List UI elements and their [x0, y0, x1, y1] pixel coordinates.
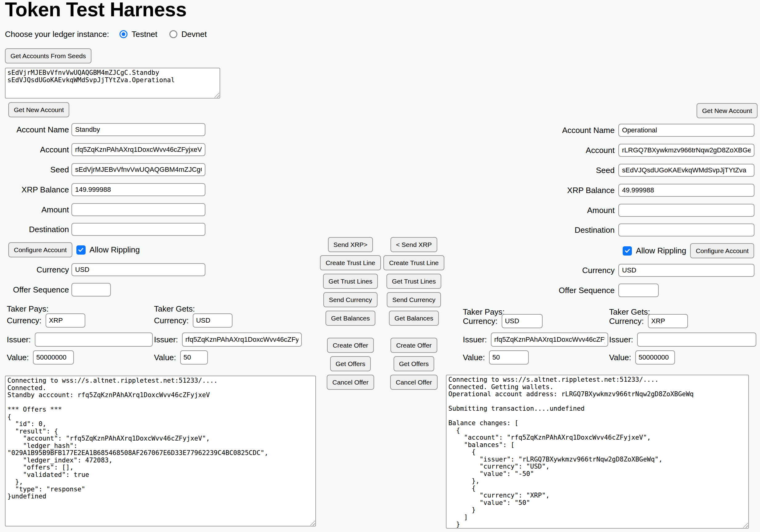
configure-row-standby: Configure Account Allow Rippling: [8, 242, 140, 257]
configure-account-button-operational[interactable]: Configure Account: [690, 243, 754, 258]
form-row: Seed: [446, 164, 754, 177]
get-accounts-from-seeds-button[interactable]: Get Accounts From Seeds: [5, 48, 91, 64]
offer-sequence-input-standby[interactable]: [71, 283, 111, 296]
testnet-label[interactable]: Testnet: [131, 29, 157, 39]
checkmark-icon: [77, 246, 84, 253]
offer-sequence-label-operational: Offer Sequence: [446, 286, 618, 295]
configure-account-button-standby[interactable]: Configure Account: [8, 242, 72, 257]
taker-gets-value-input-operational[interactable]: [635, 350, 675, 365]
seed-input-standby[interactable]: [71, 163, 206, 176]
amount-input-standby[interactable]: [71, 203, 206, 216]
taker-gets-currency-input-standby[interactable]: [193, 313, 232, 328]
taker-pays-value-row-standby: Value:: [7, 350, 74, 365]
get-offers-standby-button[interactable]: Get Offers: [330, 356, 371, 371]
get-trust-lines-standby-button[interactable]: Get Trust Lines: [323, 274, 378, 289]
taker-gets-currency-input-operational[interactable]: [648, 314, 688, 328]
currency-input-operational[interactable]: [618, 264, 754, 277]
get-offers-operational-button[interactable]: Get Offers: [394, 356, 434, 371]
seed-input-operational[interactable]: [618, 164, 754, 177]
account-name-input-standby[interactable]: [71, 123, 206, 136]
form-row: Offer Sequence: [5, 283, 206, 296]
currency-label-standby: Currency: [5, 265, 71, 275]
currency-label: Currency:: [7, 316, 42, 326]
cancel-offer-operational-button[interactable]: Cancel Offer: [390, 375, 438, 390]
account-input-standby[interactable]: [71, 143, 206, 156]
send-xrp-standby-button[interactable]: Send XRP>: [328, 237, 373, 252]
taker-pays-issuer-input-operational[interactable]: [491, 332, 608, 347]
xrp-balance-input-operational[interactable]: [618, 184, 754, 197]
create-trust-line-standby-button[interactable]: Create Trust Line: [320, 255, 381, 270]
get-new-account-button-standby[interactable]: Get New Account: [8, 102, 69, 117]
results-log-operational[interactable]: Connecting to wss://s.altnet.rippletest.…: [446, 375, 749, 529]
currency-label-operational: Currency: [446, 266, 618, 275]
taker-gets-value-input-standby[interactable]: [180, 350, 208, 365]
account-label-standby: Account: [5, 145, 71, 155]
seeds-textarea-wrap: sEdVjrMJEBvVfnvVwUQAQGBM4mZJCgC.Standby …: [5, 68, 220, 99]
account-name-label-standby: Account Name: [5, 125, 71, 135]
create-offer-standby-button[interactable]: Create Offer: [327, 338, 373, 353]
account-input-operational[interactable]: [618, 144, 754, 157]
form-row: Currency: [5, 263, 206, 276]
taker-pays-currency-row-standby: Currency:: [7, 313, 85, 328]
allow-rippling-checkbox-standby[interactable]: [76, 245, 86, 255]
middle-row: Get Offers Get Offers: [319, 356, 446, 371]
create-offer-operational-button[interactable]: Create Offer: [391, 338, 437, 353]
create-trust-line-operational-button[interactable]: Create Trust Line: [383, 255, 444, 270]
configure-row-operational: Allow Rippling Configure Account: [623, 243, 754, 258]
send-currency-operational-button[interactable]: Send Currency: [387, 292, 441, 307]
devnet-label[interactable]: Devnet: [181, 29, 207, 39]
taker-pays-value-input-operational[interactable]: [489, 350, 529, 365]
currency-input-standby[interactable]: [71, 263, 206, 276]
form-row: Amount: [446, 204, 754, 217]
seed-label-operational: Seed: [446, 166, 618, 175]
taker-pays-currency-input-standby[interactable]: [46, 313, 85, 328]
taker-gets-issuer-input-standby[interactable]: [182, 332, 302, 347]
taker-pays-issuer-input-standby[interactable]: [35, 332, 153, 347]
form-row: Currency: [446, 264, 754, 277]
get-trust-lines-operational-button[interactable]: Get Trust Lines: [387, 274, 441, 289]
taker-pays-currency-input-operational[interactable]: [501, 314, 543, 328]
form-row: Account: [446, 144, 754, 157]
destination-input-operational[interactable]: [618, 224, 754, 237]
form-row: Amount: [5, 203, 206, 216]
get-balances-operational-button[interactable]: Get Balances: [389, 311, 439, 326]
offer-sequence-input-operational[interactable]: [618, 284, 659, 297]
middle-row: Cancel Offer Cancel Offer: [319, 375, 446, 390]
results-log-standby[interactable]: Connecting to wss://s.altnet.rippletest.…: [5, 376, 316, 526]
get-balances-standby-button[interactable]: Get Balances: [325, 311, 375, 326]
taker-gets-heading-standby: Taker Gets:: [154, 304, 195, 314]
destination-input-standby[interactable]: [71, 223, 206, 236]
send-currency-standby-button[interactable]: Send Currency: [323, 292, 378, 307]
amount-label-standby: Amount: [5, 205, 71, 215]
xrp-balance-input-standby[interactable]: [71, 183, 206, 196]
middle-row: Get Balances Get Balances: [319, 311, 446, 326]
value-label: Value:: [154, 353, 176, 362]
currency-label: Currency:: [463, 317, 498, 326]
taker-gets-issuer-input-operational[interactable]: [637, 332, 756, 347]
get-new-account-button-operational[interactable]: Get New Account: [696, 103, 758, 118]
allow-rippling-label-operational: Allow Rippling: [636, 246, 686, 255]
log-textarea-wrap-standby: Connecting to wss://s.altnet.rippletest.…: [5, 376, 316, 526]
issuer-label: Issuer:: [7, 335, 31, 344]
form-row: XRP Balance: [5, 183, 206, 196]
form-row: Offer Sequence: [446, 284, 754, 297]
cancel-offer-standby-button[interactable]: Cancel Offer: [327, 375, 374, 390]
form-row: Seed: [5, 163, 206, 176]
allow-rippling-checkbox-operational[interactable]: [623, 246, 632, 255]
seeds-textarea[interactable]: sEdVjrMJEBvVfnvVwUQAQGBM4mZJCgC.Standby …: [5, 68, 220, 99]
checkmark-icon: [624, 247, 631, 254]
middle-row: Send XRP> < Send XRP: [319, 237, 446, 252]
taker-pays-value-input-standby[interactable]: [33, 350, 74, 365]
issuer-label: Issuer:: [463, 335, 487, 344]
send-xrp-operational-button[interactable]: < Send XRP: [391, 237, 437, 252]
taker-gets-currency-row-standby: Currency:: [154, 313, 232, 328]
form-row: Destination: [5, 223, 206, 236]
testnet-radio[interactable]: [119, 30, 127, 38]
taker-gets-currency-row-operational: Currency:: [609, 314, 688, 328]
devnet-radio[interactable]: [169, 30, 177, 38]
page-title: Token Test Harness: [5, 0, 187, 21]
form-row: Destination: [446, 224, 754, 237]
middle-row: Send Currency Send Currency: [319, 292, 446, 307]
amount-input-operational[interactable]: [618, 204, 754, 217]
account-name-input-operational[interactable]: [618, 124, 754, 137]
